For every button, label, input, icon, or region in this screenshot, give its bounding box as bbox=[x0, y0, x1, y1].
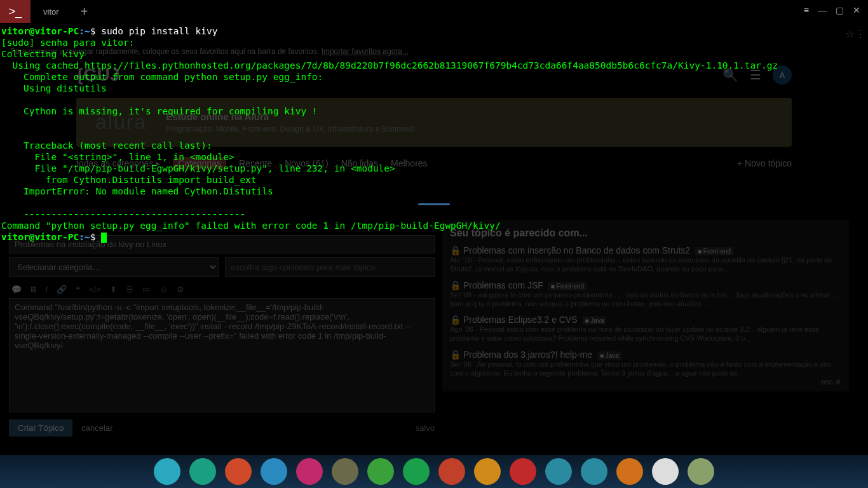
suggested-item: 🔒 Problemas com JSF ■ Front-endSet '09 -… bbox=[450, 280, 841, 309]
close-button[interactable]: ✕ bbox=[853, 5, 860, 15]
italic-icon: I bbox=[45, 285, 48, 294]
new-tab-button[interactable]: + bbox=[72, 0, 97, 23]
command: sudo pip install kivy bbox=[101, 26, 217, 36]
bold-icon: B bbox=[31, 285, 36, 294]
clock-icon[interactable] bbox=[652, 458, 679, 485]
category-select: Selecionar categoria… bbox=[9, 257, 219, 277]
prompt-path: ~ bbox=[85, 26, 90, 36]
create-topic-button: Criar Tópico bbox=[9, 419, 72, 437]
browser2-icon[interactable] bbox=[545, 458, 572, 485]
upload-icon: ⬆ bbox=[110, 285, 117, 294]
prompt-user-2: vitor@vitor-PC bbox=[1, 232, 79, 242]
spotify-icon[interactable] bbox=[403, 458, 430, 485]
prompt-dollar: $ bbox=[90, 26, 96, 36]
wifi-icon[interactable] bbox=[581, 458, 607, 485]
terminal-tab[interactable]: >_ vitor bbox=[0, 0, 72, 23]
code-icon: </> bbox=[89, 285, 101, 294]
file-manager-icon[interactable] bbox=[261, 458, 287, 485]
list-ul-icon: ☰ bbox=[126, 285, 133, 294]
minimize-button[interactable]: — bbox=[818, 5, 827, 15]
dock bbox=[0, 455, 868, 488]
prompt-dollar-2: $ bbox=[90, 232, 96, 242]
terminal-icon: >_ bbox=[0, 0, 31, 23]
composer-toolbar: 💬 B I 🔗 ❝ </> ⬆ ☰ ≔ ☺ ⚙ bbox=[9, 281, 435, 298]
saved-label: salvo bbox=[416, 423, 435, 433]
menu-icon[interactable]: ≡ bbox=[804, 5, 809, 15]
emoji-icon: ☺ bbox=[159, 285, 168, 294]
prompt-user: vitor@vitor-PC bbox=[1, 26, 79, 36]
quote-icon: ❝ bbox=[76, 285, 80, 294]
list-ol-icon: ≔ bbox=[142, 285, 151, 294]
esc-close: esc ✕ bbox=[821, 377, 841, 386]
cursor bbox=[101, 233, 107, 243]
prompt-sep-2: : bbox=[79, 232, 85, 242]
titlebar: >_ vitor + ≡ — ▢ ✕ bbox=[0, 0, 868, 23]
gear-icon: ⚙ bbox=[177, 285, 184, 294]
power-icon[interactable] bbox=[474, 458, 501, 485]
speech-icon: 💬 bbox=[11, 285, 22, 294]
terminal-output[interactable]: vitor@vitor-PC:~$ sudo pip install kivy … bbox=[0, 23, 868, 245]
suggested-item: 🔒 Problema dos 3 jarros?! help-me ■ Java… bbox=[450, 349, 841, 378]
deepin-multitask-icon[interactable] bbox=[189, 458, 216, 485]
prompt-path-2: ~ bbox=[85, 232, 90, 242]
trash-icon[interactable] bbox=[688, 458, 714, 485]
pane-splitter[interactable] bbox=[0, 203, 868, 206]
suggested-topics: Seu tópico é parecido com... 🔒 Problemas… bbox=[442, 220, 849, 391]
topic-composer: Selecionar categoria… 💬 B I 🔗 ❝ </> ⬆ ☰ … bbox=[9, 235, 435, 437]
maximize-button[interactable]: ▢ bbox=[836, 5, 844, 15]
suggested-item: 🔒 Problemas com inserção no Banco de dad… bbox=[450, 245, 841, 274]
wps-office-icon[interactable] bbox=[225, 458, 252, 485]
cancel-link: cancelar bbox=[81, 423, 112, 433]
topic-body-textarea: Command "/usr/bin/python -u -c "import s… bbox=[9, 298, 435, 412]
window-controls: ≡ — ▢ ✕ bbox=[796, 0, 868, 20]
terminal-icon[interactable] bbox=[438, 458, 465, 485]
link-icon: 🔗 bbox=[57, 285, 67, 294]
mega-icon[interactable] bbox=[510, 458, 536, 485]
prompt-sep: : bbox=[79, 26, 85, 36]
suggested-item: 🔒 Problemas Eclipse3.2 e CVS ■ JavaAgo '… bbox=[450, 315, 841, 343]
tags-input bbox=[225, 257, 435, 277]
deepin-launcher-icon[interactable] bbox=[154, 458, 180, 485]
app-store-icon[interactable] bbox=[296, 458, 323, 485]
chrome-icon[interactable] bbox=[367, 458, 394, 485]
tab-label: vitor bbox=[31, 0, 72, 23]
settings-icon[interactable] bbox=[332, 458, 358, 485]
updater-icon[interactable] bbox=[616, 458, 643, 485]
